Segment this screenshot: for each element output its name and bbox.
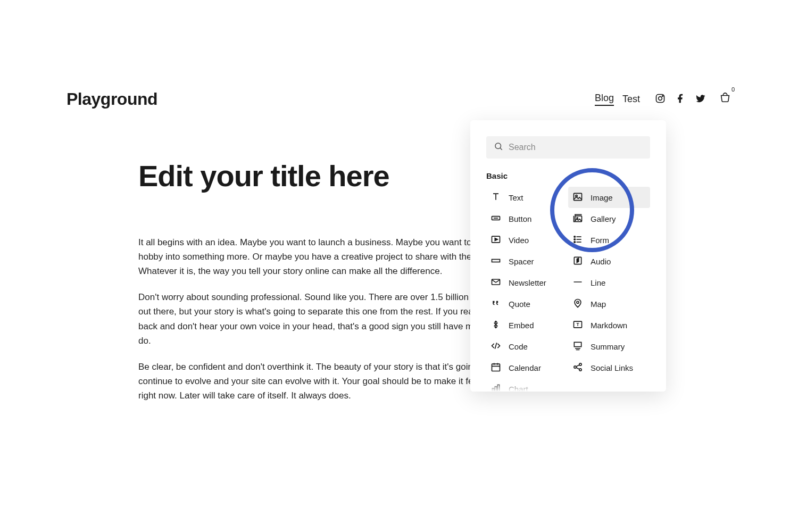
- button-icon: [491, 213, 501, 225]
- text-icon: [491, 192, 501, 204]
- block-image[interactable]: Image: [568, 187, 650, 208]
- social-links-icon: [572, 362, 583, 374]
- cart-count: 0: [732, 86, 735, 93]
- block-button[interactable]: Button: [486, 208, 568, 229]
- block-label: Text: [509, 193, 523, 202]
- twitter-icon[interactable]: [695, 93, 706, 106]
- block-label: Image: [591, 193, 613, 202]
- nav-blog[interactable]: Blog: [595, 93, 614, 106]
- block-label: Map: [591, 300, 606, 309]
- spacer-icon: [491, 255, 501, 268]
- gallery-icon: [572, 213, 583, 225]
- search-input[interactable]: [509, 143, 643, 152]
- body-text[interactable]: It all begins with an idea. Maybe you wa…: [138, 235, 521, 403]
- block-label: Summary: [591, 342, 625, 351]
- block-audio[interactable]: Audio: [568, 251, 650, 272]
- block-label: Audio: [591, 257, 611, 266]
- block-summary[interactable]: Summary: [568, 336, 650, 357]
- site-title[interactable]: Playground: [66, 89, 157, 109]
- embed-icon: [491, 319, 501, 331]
- image-icon: [572, 192, 583, 204]
- block-search[interactable]: [486, 136, 650, 159]
- block-picker-panel: Basic Text Image Button Gallery Video: [470, 120, 666, 392]
- block-code[interactable]: Code: [486, 336, 568, 357]
- block-gallery[interactable]: Gallery: [568, 208, 650, 229]
- svg-line-36: [576, 367, 580, 369]
- svg-line-4: [500, 148, 502, 150]
- editor-content: Edit your title here It all begins with …: [138, 160, 521, 414]
- block-spacer[interactable]: Spacer: [486, 251, 568, 272]
- nav-test[interactable]: Test: [622, 94, 640, 105]
- audio-icon: [572, 255, 583, 268]
- instagram-icon[interactable]: [655, 93, 666, 106]
- block-label: Markdown: [591, 321, 627, 330]
- svg-point-1: [659, 96, 662, 100]
- code-icon: [491, 340, 501, 353]
- svg-point-16: [574, 241, 576, 243]
- block-label: Spacer: [509, 257, 534, 266]
- quote-icon: [491, 298, 501, 310]
- block-label: Newsletter: [509, 278, 546, 287]
- block-text[interactable]: Text: [486, 187, 568, 208]
- map-icon: [572, 298, 583, 310]
- block-label: Gallery: [591, 214, 616, 223]
- summary-icon: [572, 340, 583, 353]
- block-form[interactable]: Form: [568, 229, 650, 251]
- svg-rect-5: [574, 193, 582, 200]
- block-social-links[interactable]: Social Links: [568, 357, 650, 378]
- block-line[interactable]: Line: [568, 272, 650, 293]
- paragraph[interactable]: It all begins with an idea. Maybe you wa…: [138, 235, 521, 279]
- social-links: 0: [655, 93, 732, 106]
- svg-text:T: T: [576, 322, 579, 327]
- block-label: Quote: [509, 300, 530, 309]
- block-quote[interactable]: Quote: [486, 293, 568, 314]
- block-video[interactable]: Video: [486, 229, 568, 251]
- svg-point-2: [662, 95, 663, 96]
- svg-line-35: [576, 364, 580, 366]
- block-label: Video: [509, 236, 529, 245]
- block-label: Embed: [509, 321, 534, 330]
- form-icon: [572, 234, 583, 246]
- video-icon: [491, 234, 501, 246]
- block-markdown[interactable]: T Markdown: [568, 314, 650, 336]
- block-map[interactable]: Map: [568, 293, 650, 314]
- block-embed[interactable]: Embed: [486, 314, 568, 336]
- paragraph[interactable]: Be clear, be confident and don't overthi…: [138, 360, 521, 403]
- markdown-icon: T: [572, 319, 583, 331]
- block-label: Calendar: [509, 363, 541, 372]
- newsletter-icon: [491, 277, 501, 289]
- block-label: Button: [509, 214, 531, 223]
- block-label: Code: [509, 342, 528, 351]
- block-grid: Text Image Button Gallery Video Form: [486, 187, 650, 392]
- main-nav: Blog Test 0: [595, 93, 732, 106]
- svg-point-3: [495, 143, 501, 149]
- svg-point-22: [577, 301, 579, 303]
- search-icon: [494, 142, 503, 153]
- paragraph[interactable]: Don't worry about sounding professional.…: [138, 290, 521, 348]
- facebook-icon[interactable]: [675, 93, 686, 106]
- calendar-icon: [491, 362, 501, 374]
- block-newsletter[interactable]: Newsletter: [486, 272, 568, 293]
- site-header: Playground Blog Test 0: [66, 89, 732, 109]
- block-label: Form: [591, 236, 609, 245]
- svg-rect-18: [492, 259, 500, 262]
- svg-point-14: [574, 238, 576, 240]
- block-label: Social Links: [591, 363, 633, 372]
- page-title[interactable]: Edit your title here: [138, 160, 521, 193]
- section-heading: Basic: [486, 171, 650, 180]
- svg-rect-25: [574, 342, 581, 346]
- svg-point-12: [574, 236, 576, 237]
- block-calendar[interactable]: Calendar: [486, 357, 568, 378]
- block-label: Line: [591, 278, 605, 287]
- svg-rect-28: [492, 364, 500, 371]
- cart-button[interactable]: 0: [719, 93, 732, 106]
- line-icon: [572, 277, 583, 289]
